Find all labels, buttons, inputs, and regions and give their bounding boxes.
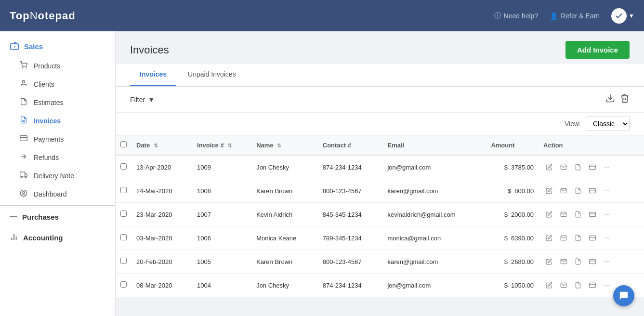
email-icon-1[interactable] (558, 185, 569, 197)
pdf-icon-1[interactable] (572, 185, 584, 197)
need-help-link[interactable]: ⓘ Need help? (494, 12, 539, 20)
row-checkbox-4[interactable] (120, 258, 127, 264)
payment-icon-0[interactable] (587, 161, 598, 173)
edit-icon-3[interactable] (543, 232, 555, 244)
row-name-3: Monica Keane (251, 226, 318, 250)
payment-icon-5[interactable] (587, 279, 598, 291)
email-icon-2[interactable] (558, 209, 569, 220)
more-icon-2[interactable] (601, 209, 613, 220)
row-checkbox-cell-1 (116, 179, 131, 203)
invoice-sort-icon[interactable]: ⇅ (227, 143, 232, 148)
row-checkbox-0[interactable] (120, 163, 127, 170)
edit-icon-1[interactable] (543, 185, 555, 197)
payment-icon-1[interactable] (587, 185, 598, 197)
date-sort-icon[interactable]: ⇅ (154, 143, 158, 148)
chat-button[interactable] (613, 285, 634, 306)
row-action-2 (539, 203, 644, 226)
sidebar-item-products[interactable]: Products (0, 57, 115, 75)
edit-icon-5[interactable] (543, 279, 555, 291)
sidebar-section-accounting: Accounting (0, 228, 115, 248)
delete-icon[interactable] (620, 93, 630, 105)
email-icon-5[interactable] (558, 279, 569, 291)
edit-icon-0[interactable] (543, 161, 555, 173)
col-contact: Contact # (318, 135, 383, 156)
row-checkbox-5[interactable] (120, 281, 127, 288)
table-row: 03-Mar-2020 1006 Monica Keane 789-345-12… (116, 226, 644, 250)
estimates-icon (19, 98, 28, 107)
svg-point-24 (608, 167, 609, 168)
payment-icon-2[interactable] (587, 209, 598, 220)
more-icon-3[interactable] (601, 232, 613, 244)
export-icon[interactable] (605, 93, 615, 105)
email-icon-3[interactable] (558, 232, 569, 244)
payment-icon-4[interactable] (587, 256, 598, 267)
filter-button[interactable]: Filter ▼ (130, 96, 155, 104)
table-row: 20-Feb-2020 1005 Karen Brown 800-123-456… (116, 250, 644, 274)
more-icon-1[interactable] (601, 185, 613, 197)
payment-icon-3[interactable] (587, 232, 598, 244)
sidebar-item-invoices[interactable]: Invoices (0, 112, 115, 130)
svg-rect-20 (590, 165, 596, 169)
filter-bar: Filter ▼ (116, 87, 644, 112)
row-amount-2: $ 2000.00 (486, 203, 539, 226)
name-sort-icon[interactable]: ⇅ (277, 143, 281, 148)
row-checkbox-1[interactable] (120, 187, 127, 193)
main-content: Invoices Add Invoice Invoices Unpaid Inv… (116, 31, 644, 316)
tab-invoices[interactable]: Invoices (130, 64, 176, 86)
invoice-table: Date ⇅ Invoice # ⇅ Name ⇅ Contact # (116, 135, 644, 297)
svg-rect-7 (20, 136, 27, 141)
row-email-0: jon@gmail.com (382, 155, 486, 179)
select-all-header (116, 135, 131, 156)
user-menu-button[interactable]: ▼ (611, 8, 634, 24)
row-date-4: 20-Feb-2020 (131, 250, 192, 274)
svg-point-34 (608, 214, 609, 215)
col-date: Date ⇅ (131, 135, 192, 156)
row-email-3: monica@gmail.con (382, 226, 486, 250)
sidebar-item-estimates[interactable]: Estimates (0, 93, 115, 112)
row-checkbox-2[interactable] (120, 211, 127, 217)
row-name-4: Karen Brown (251, 250, 318, 274)
table-row: 13-Apr-2020 1009 Jon Chesky 874-234-1234… (116, 155, 644, 179)
sidebar-purchases-header[interactable]: — Purchases (0, 208, 115, 226)
svg-point-43 (606, 261, 607, 262)
svg-rect-40 (590, 259, 596, 263)
pdf-icon-4[interactable] (572, 256, 584, 267)
pdf-icon-3[interactable] (572, 232, 584, 244)
pdf-icon-2[interactable] (572, 209, 584, 220)
svg-point-29 (608, 190, 609, 191)
row-amount-0: $ 3785.00 (486, 155, 539, 179)
more-icon-4[interactable] (601, 256, 613, 267)
sidebar-item-delivery-note[interactable]: Delivery Note (0, 167, 115, 185)
sidebar-item-refunds[interactable]: Refunds (0, 148, 115, 167)
svg-point-44 (608, 261, 609, 262)
tab-unpaid-invoices[interactable]: Unpaid Invoices (178, 64, 246, 86)
view-bar: View: Classic Modern Minimal (116, 112, 644, 135)
edit-icon-4[interactable] (543, 256, 555, 267)
add-invoice-button[interactable]: Add Invoice (565, 41, 630, 59)
header: TopNotepad ⓘ Need help? 👤 Refer & Earn ▼ (0, 0, 644, 31)
sidebar-item-clients[interactable]: Clients (0, 75, 115, 93)
accounting-icon (10, 233, 18, 243)
svg-point-49 (608, 285, 609, 286)
row-action-1 (539, 179, 644, 203)
sidebar-item-dashboard[interactable]: Dashboard (0, 185, 115, 203)
email-icon-0[interactable] (558, 161, 569, 173)
row-checkbox-3[interactable] (120, 234, 127, 240)
email-icon-4[interactable] (558, 256, 569, 267)
more-icon-5[interactable] (601, 279, 613, 291)
edit-icon-2[interactable] (543, 209, 555, 220)
more-icon-0[interactable] (601, 161, 613, 173)
svg-rect-45 (590, 283, 596, 287)
svg-point-27 (605, 190, 605, 191)
pdf-icon-5[interactable] (572, 279, 584, 291)
main-layout: Sales Products Clients (0, 31, 644, 316)
row-date-5: 08-Mar-2020 (131, 274, 192, 297)
refer-earn-link[interactable]: 👤 Refer & Earn (550, 12, 600, 20)
sidebar-item-payments[interactable]: Payments (0, 130, 115, 148)
view-selector[interactable]: Classic Modern Minimal (586, 117, 630, 131)
select-all-checkbox[interactable] (120, 141, 127, 147)
sidebar-accounting-header[interactable]: Accounting (0, 228, 115, 248)
pdf-icon-0[interactable] (572, 161, 584, 173)
sidebar-sales-header[interactable]: Sales (0, 36, 115, 57)
row-invoice-5: 1004 (192, 274, 251, 297)
